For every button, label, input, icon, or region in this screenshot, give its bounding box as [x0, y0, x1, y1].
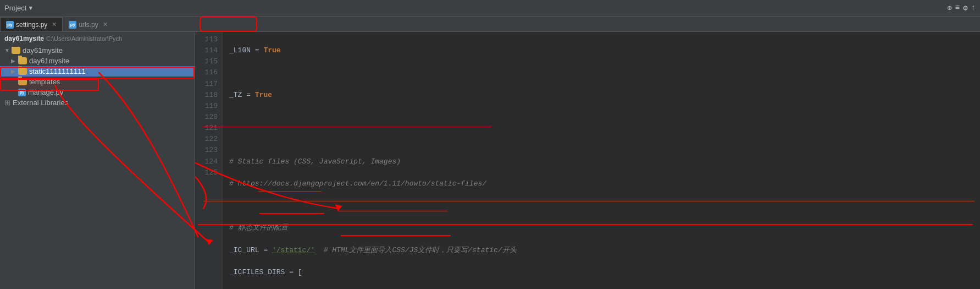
templates-folder-icon	[18, 78, 27, 85]
sidebar-item-ext-libs[interactable]: ⊞ External Libraries	[0, 97, 195, 108]
sidebar-item-root[interactable]: ▼ day61mysite	[0, 45, 195, 56]
sidebar-path: C:\Users\Administrator\Pych	[46, 35, 122, 42]
settings-tab-icon: py	[6, 21, 14, 29]
line-numbers: 113 114 115 116 117 118 119 120 121 122 …	[195, 32, 223, 289]
code-line-122: _IC_URL = '/static/' # HTML文件里面导入CSS/JS文…	[229, 245, 973, 256]
sidebar-item-day61mysite-sub[interactable]: ▶ day61mysite	[0, 56, 195, 66]
code-line-115: _TZ = True	[229, 90, 973, 101]
project-label: Project	[4, 4, 26, 12]
chevron-down-icon: ▼	[4, 47, 10, 53]
code-container: 113 114 115 116 117 118 119 120 121 122 …	[195, 32, 980, 289]
code-line-123: _ICFILES_DIRS = [	[229, 267, 973, 278]
code-line-114	[229, 67, 973, 78]
code-line-113: _L10N = True	[229, 45, 973, 56]
sidebar-item-ext-label: External Libraries	[13, 99, 68, 107]
library-icon: ⊞	[4, 99, 10, 107]
urls-tab-close[interactable]: ✕	[103, 21, 108, 28]
sidebar-item-manage[interactable]: py manage.py	[0, 87, 195, 97]
sidebar-item-root-label: day61mysite	[23, 46, 63, 54]
editor[interactable]: 113 114 115 116 117 118 119 120 121 122 …	[195, 32, 980, 289]
sidebar-item-static[interactable]: ▶ static1111111111	[0, 66, 195, 77]
sidebar-item-templates[interactable]: templates	[0, 77, 195, 87]
tab-settings[interactable]: py settings.py ✕	[0, 17, 63, 31]
toolbar-icons: ⊕ ≡ ⚙ ↑	[947, 3, 976, 13]
code-line-118: # Static files (CSS, JavaScript, Images)	[229, 156, 973, 167]
code-line-117	[229, 134, 973, 145]
title-bar: Project ▼ ⊕ ≡ ⚙ ↑	[0, 0, 980, 17]
chevron-right-icon2: ▶	[11, 68, 16, 74]
settings-tab-label: settings.py	[16, 21, 47, 29]
sidebar-item-templates-label: templates	[29, 78, 60, 86]
folder-open-icon	[12, 47, 20, 54]
project-dropdown[interactable]: ▼	[29, 5, 32, 12]
settings-tab-close[interactable]: ✕	[52, 21, 57, 28]
sidebar: day61mysite C:\Users\Administrator\Pych …	[0, 32, 195, 289]
static-folder-icon	[18, 68, 27, 75]
urls-tab-icon: py	[69, 21, 76, 29]
chevron-right-icon: ▶	[11, 58, 16, 64]
settings-icon[interactable]: ⚙	[963, 3, 967, 13]
sidebar-header: day61mysite C:\Users\Administrator\Pych	[0, 32, 195, 45]
sidebar-item-sub-label: day61mysite	[29, 57, 69, 65]
manage-py-icon: py	[18, 89, 26, 96]
tab-urls[interactable]: py urls.py ✕	[63, 17, 113, 31]
project-name: day61mysite	[4, 35, 44, 42]
code-line-119: # https://docs.djangoproject.com/en/1.11…	[229, 178, 973, 189]
code-line-121: # 静态文件的配置	[229, 222, 973, 233]
code-line-120	[229, 200, 973, 211]
code-content: _L10N = True _TZ = True # Static files (…	[223, 32, 980, 289]
code-line-116	[229, 112, 973, 123]
urls-tab-label: urls.py	[79, 21, 98, 29]
menu-icon[interactable]: ≡	[955, 3, 960, 13]
sync-icon[interactable]: ↑	[971, 3, 976, 13]
main-area: day61mysite C:\Users\Administrator\Pych …	[0, 32, 980, 289]
sidebar-item-manage-label: manage.py	[28, 88, 63, 96]
folder-icon	[18, 57, 27, 64]
tab-bar: py settings.py ✕ py urls.py ✕	[0, 17, 980, 32]
sidebar-item-static-label: static1111111111	[29, 67, 86, 75]
add-icon[interactable]: ⊕	[947, 3, 951, 13]
